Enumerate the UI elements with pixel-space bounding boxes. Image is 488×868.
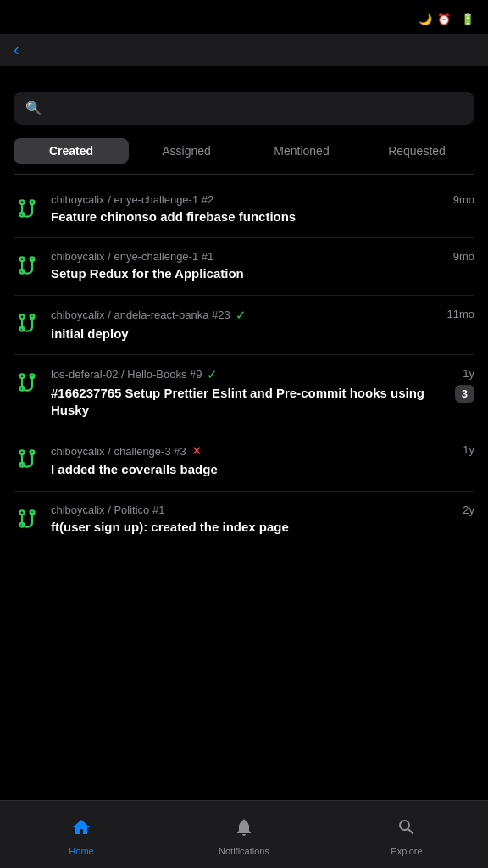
back-button[interactable]: ‹ [14,41,23,58]
pr-title: Feature chinonso add firebase functions [51,209,296,225]
home-icon [71,817,92,843]
nav-bar: ‹ [0,34,488,66]
svg-point-8 [20,314,25,319]
filter-tab-mentioned[interactable]: Mentioned [244,138,359,164]
tab-bar: HomeNotificationsExplore [0,800,488,868]
pr-age: 11mo [446,308,474,320]
tab-notifications[interactable]: Notifications [163,801,325,868]
pr-title: #166237765 Setup Prettier Eslint and Pre… [51,385,443,420]
pr-header-row: chiboycalix / Politico #12y [51,504,474,516]
pr-title-row: Setup Redux for the Application [51,265,474,282]
chevron-left-icon: ‹ [14,41,19,58]
pr-title-row: Feature chinonso add firebase functions [51,209,474,225]
pr-body: chiboycalix / enye-challenge-1 #29moFeat… [51,193,474,225]
status-check-icon: ✓ [236,308,247,323]
tab-label-explore: Explore [391,846,422,856]
pr-age: 9mo [453,250,474,263]
svg-point-4 [20,258,25,262]
pr-age: 2y [463,504,474,516]
pr-header-row: chiboycalix / enye-challenge-1 #19mo [51,250,474,263]
search-icon: 🔍 [25,100,42,116]
pr-repo-text: chiboycalix / challenge-3 #3 [51,445,186,458]
pr-repo-text: chiboycalix / andela-react-banka #23 [51,309,230,321]
pr-title-row: I added the coveralls badge [51,461,474,478]
pr-header-row: chiboycalix / enye-challenge-1 #29mo [51,193,474,206]
pr-repo: chiboycalix / andela-react-banka #23✓ [51,308,440,323]
tab-label-notifications: Notifications [219,846,269,856]
svg-point-20 [20,510,25,515]
pr-body: chiboycalix / challenge-3 #3✕1yI added t… [51,443,474,478]
filter-tab-requested[interactable]: Requested [359,138,474,164]
pr-repo-text: los-deferal-02 / Hello-Books #9 [51,368,202,381]
pr-title-row: initial deploy [51,326,474,342]
pr-repo: chiboycalix / enye-challenge-1 #2 [51,193,446,206]
pr-repo: chiboycalix / enye-challenge-1 #1 [51,250,446,263]
pr-repo: los-deferal-02 / Hello-Books #9✓ [51,367,456,382]
bell-icon [234,817,254,843]
pr-header-row: chiboycalix / challenge-3 #3✕1y [51,443,474,459]
comment-badge: 3 [455,385,474,403]
filter-tab-created[interactable]: Created [14,138,129,164]
pr-item-6[interactable]: chiboycalix / Politico #12yft(user sign … [14,492,474,548]
pr-age: 9mo [453,193,474,206]
search-icon [396,817,417,843]
pr-body: chiboycalix / Politico #12yft(user sign … [51,504,474,536]
pr-repo: chiboycalix / Politico #1 [51,504,456,516]
battery-area: 🌙 ⏰ 🔋 [419,13,474,25]
pr-repo: chiboycalix / challenge-3 #3✕ [51,443,456,459]
pr-title: initial deploy [51,326,129,342]
pr-item-1[interactable]: chiboycalix / enye-challenge-1 #29moFeat… [14,181,474,238]
pr-title-row: ft(user sign up): created the index page [51,519,474,536]
status-bar: 🌙 ⏰ 🔋 [0,0,488,34]
pr-list: chiboycalix / enye-challenge-1 #29moFeat… [14,181,474,548]
status-x-icon: ✕ [191,443,202,459]
pr-item-5[interactable]: chiboycalix / challenge-3 #3✕1yI added t… [14,431,474,491]
pr-header-row: chiboycalix / andela-react-banka #23✓11m… [51,308,474,323]
pr-repo-text: chiboycalix / Politico #1 [51,504,164,516]
svg-point-12 [20,374,25,378]
pr-branch-icon [14,445,41,472]
status-check-icon: ✓ [207,367,218,382]
pr-item-2[interactable]: chiboycalix / enye-challenge-1 #19moSetu… [14,238,474,295]
pr-age: 1y [463,443,474,456]
pr-header-row: los-deferal-02 / Hello-Books #9✓1y [51,367,474,382]
search-bar[interactable]: 🔍 [14,92,474,125]
pr-branch-icon [14,505,41,532]
pr-title: I added the coveralls badge [51,461,218,478]
page-title [14,66,474,92]
tab-home[interactable]: Home [0,801,163,868]
pr-title-row: #166237765 Setup Prettier Eslint and Pre… [51,385,474,420]
pr-body: los-deferal-02 / Hello-Books #9✓1y#16623… [51,367,474,420]
pr-title: ft(user sign up): created the index page [51,519,289,536]
pr-branch-icon [14,195,41,222]
pr-repo-text: chiboycalix / enye-challenge-1 #1 [51,250,214,263]
pr-branch-icon [14,369,41,396]
pr-branch-icon [14,252,41,279]
pr-body: chiboycalix / enye-challenge-1 #19moSetu… [51,250,474,282]
moon-icon: 🌙 [419,13,432,25]
pr-body: chiboycalix / andela-react-banka #23✓11m… [51,308,474,342]
pr-branch-icon [14,309,41,337]
main-content: 🔍 CreatedAssignedMentionedRequested chib… [0,66,488,800]
filter-tab-assigned[interactable]: Assigned [129,138,244,164]
svg-point-0 [20,200,25,204]
filter-tabs: CreatedAssignedMentionedRequested [14,138,474,175]
pr-item-4[interactable]: los-deferal-02 / Hello-Books #9✓1y#16623… [14,355,474,432]
pr-repo-text: chiboycalix / enye-challenge-1 #2 [51,193,214,206]
battery-icon: 🔋 [461,13,474,25]
pr-age: 1y [463,367,474,380]
tab-label-home: Home [69,846,93,856]
alarm-icon: ⏰ [437,13,451,25]
pr-item-3[interactable]: chiboycalix / andela-react-banka #23✓11m… [14,296,474,355]
pr-title: Setup Redux for the Application [51,265,244,282]
svg-point-16 [20,451,25,455]
tab-explore[interactable]: Explore [325,801,488,868]
